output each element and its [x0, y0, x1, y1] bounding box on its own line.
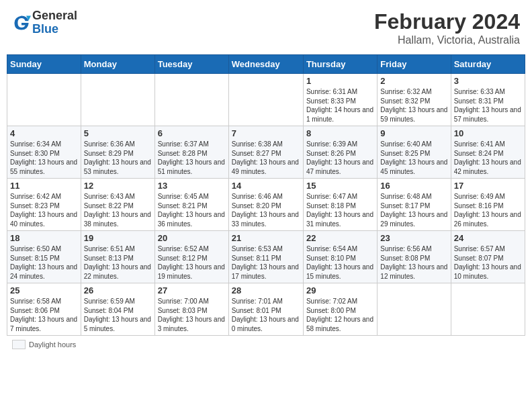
- day-info: Sunrise: 6:39 AM Sunset: 8:26 PM Dayligh…: [306, 140, 374, 176]
- day-info: Sunrise: 6:38 AM Sunset: 8:27 PM Dayligh…: [232, 140, 300, 176]
- calendar-header-sunday: Sunday: [7, 55, 81, 74]
- calendar-cell: [378, 283, 451, 336]
- calendar-cell: 6Sunrise: 6:37 AM Sunset: 8:28 PM Daylig…: [154, 126, 228, 179]
- day-info: Sunrise: 6:33 AM Sunset: 8:31 PM Dayligh…: [454, 87, 522, 124]
- day-number: 5: [84, 128, 152, 138]
- legend-box: [12, 340, 26, 349]
- day-number: 21: [232, 233, 300, 243]
- calendar-header-saturday: Saturday: [451, 55, 525, 74]
- day-number: 6: [158, 128, 226, 138]
- day-number: 3: [454, 76, 522, 86]
- day-number: 1: [306, 76, 374, 86]
- day-number: 12: [84, 181, 152, 191]
- day-number: 7: [232, 128, 300, 138]
- day-number: 9: [380, 128, 447, 138]
- calendar-header-friday: Friday: [378, 55, 451, 74]
- day-number: 18: [10, 233, 78, 243]
- calendar-cell: 23Sunrise: 6:56 AM Sunset: 8:08 PM Dayli…: [378, 231, 451, 283]
- calendar-cell: [451, 283, 525, 336]
- day-info: Sunrise: 6:52 AM Sunset: 8:12 PM Dayligh…: [158, 244, 226, 281]
- calendar-cell: 4Sunrise: 6:34 AM Sunset: 8:30 PM Daylig…: [7, 126, 81, 179]
- day-info: Sunrise: 7:00 AM Sunset: 8:03 PM Dayligh…: [158, 297, 226, 333]
- day-number: 14: [232, 181, 300, 191]
- calendar-week-row: 25Sunrise: 6:58 AM Sunset: 8:06 PM Dayli…: [7, 283, 525, 336]
- day-number: 28: [232, 285, 300, 295]
- day-info: Sunrise: 6:32 AM Sunset: 8:32 PM Dayligh…: [380, 87, 447, 124]
- calendar-cell: 13Sunrise: 6:45 AM Sunset: 8:21 PM Dayli…: [154, 179, 228, 231]
- calendar-week-row: 11Sunrise: 6:42 AM Sunset: 8:23 PM Dayli…: [7, 179, 525, 231]
- calendar-cell: 7Sunrise: 6:38 AM Sunset: 8:27 PM Daylig…: [228, 126, 303, 179]
- calendar-cell: 2Sunrise: 6:32 AM Sunset: 8:32 PM Daylig…: [378, 74, 451, 126]
- calendar-cell: 12Sunrise: 6:43 AM Sunset: 8:22 PM Dayli…: [81, 179, 154, 231]
- day-info: Sunrise: 7:01 AM Sunset: 8:01 PM Dayligh…: [232, 297, 300, 333]
- calendar-cell: 11Sunrise: 6:42 AM Sunset: 8:23 PM Dayli…: [7, 179, 81, 231]
- calendar-header-monday: Monday: [81, 55, 154, 74]
- calendar-cell: 28Sunrise: 7:01 AM Sunset: 8:01 PM Dayli…: [228, 283, 303, 336]
- day-info: Sunrise: 6:43 AM Sunset: 8:22 PM Dayligh…: [84, 192, 152, 228]
- calendar-header-thursday: Thursday: [303, 55, 377, 74]
- logo-icon: [12, 13, 31, 32]
- legend: Daylight hours: [7, 340, 525, 349]
- calendar-table: SundayMondayTuesdayWednesdayThursdayFrid…: [7, 54, 525, 336]
- day-info: Sunrise: 6:31 AM Sunset: 8:33 PM Dayligh…: [306, 87, 374, 124]
- day-number: 29: [306, 285, 374, 295]
- calendar-cell: 16Sunrise: 6:48 AM Sunset: 8:17 PM Dayli…: [378, 179, 451, 231]
- day-number: 16: [380, 181, 447, 191]
- calendar-cell: 5Sunrise: 6:36 AM Sunset: 8:29 PM Daylig…: [81, 126, 154, 179]
- day-number: 22: [306, 233, 374, 243]
- day-info: Sunrise: 6:36 AM Sunset: 8:29 PM Dayligh…: [84, 140, 152, 176]
- day-info: Sunrise: 6:56 AM Sunset: 8:08 PM Dayligh…: [380, 244, 447, 281]
- day-number: 4: [10, 128, 78, 138]
- calendar-cell: [228, 74, 303, 126]
- day-info: Sunrise: 6:50 AM Sunset: 8:15 PM Dayligh…: [10, 244, 78, 281]
- day-info: Sunrise: 6:42 AM Sunset: 8:23 PM Dayligh…: [10, 192, 78, 228]
- calendar-week-row: 1Sunrise: 6:31 AM Sunset: 8:33 PM Daylig…: [7, 74, 525, 126]
- calendar-cell: 18Sunrise: 6:50 AM Sunset: 8:15 PM Dayli…: [7, 231, 81, 283]
- day-info: Sunrise: 6:37 AM Sunset: 8:28 PM Dayligh…: [158, 140, 226, 176]
- title-block: February 2024 Hallam, Victoria, Australi…: [374, 9, 520, 46]
- day-info: Sunrise: 6:49 AM Sunset: 8:16 PM Dayligh…: [454, 192, 522, 228]
- day-number: 2: [380, 76, 447, 86]
- day-number: 19: [84, 233, 152, 243]
- calendar-cell: 1Sunrise: 6:31 AM Sunset: 8:33 PM Daylig…: [303, 74, 377, 126]
- calendar-cell: 26Sunrise: 6:59 AM Sunset: 8:04 PM Dayli…: [81, 283, 154, 336]
- day-info: Sunrise: 7:02 AM Sunset: 8:00 PM Dayligh…: [306, 297, 374, 333]
- day-number: 23: [380, 233, 447, 243]
- day-number: 17: [454, 181, 522, 191]
- day-info: Sunrise: 6:57 AM Sunset: 8:07 PM Dayligh…: [454, 244, 522, 281]
- day-info: Sunrise: 6:54 AM Sunset: 8:10 PM Dayligh…: [306, 244, 374, 281]
- calendar-cell: [81, 74, 154, 126]
- calendar-week-row: 18Sunrise: 6:50 AM Sunset: 8:15 PM Dayli…: [7, 231, 525, 283]
- day-info: Sunrise: 6:46 AM Sunset: 8:20 PM Dayligh…: [232, 192, 300, 228]
- location-title: Hallam, Victoria, Australia: [374, 34, 520, 46]
- day-number: 27: [158, 285, 226, 295]
- calendar-cell: [154, 74, 228, 126]
- calendar-cell: 27Sunrise: 7:00 AM Sunset: 8:03 PM Dayli…: [154, 283, 228, 336]
- calendar-cell: 9Sunrise: 6:40 AM Sunset: 8:25 PM Daylig…: [378, 126, 451, 179]
- day-info: Sunrise: 6:41 AM Sunset: 8:24 PM Dayligh…: [454, 140, 522, 176]
- day-number: 26: [84, 285, 152, 295]
- calendar-header-row: SundayMondayTuesdayWednesdayThursdayFrid…: [7, 55, 525, 74]
- day-number: 10: [454, 128, 522, 138]
- calendar-cell: 8Sunrise: 6:39 AM Sunset: 8:26 PM Daylig…: [303, 126, 377, 179]
- day-info: Sunrise: 6:34 AM Sunset: 8:30 PM Dayligh…: [10, 140, 78, 176]
- day-info: Sunrise: 6:48 AM Sunset: 8:17 PM Dayligh…: [380, 192, 447, 228]
- calendar-cell: 29Sunrise: 7:02 AM Sunset: 8:00 PM Dayli…: [303, 283, 377, 336]
- calendar-cell: 14Sunrise: 6:46 AM Sunset: 8:20 PM Dayli…: [228, 179, 303, 231]
- calendar-cell: 10Sunrise: 6:41 AM Sunset: 8:24 PM Dayli…: [451, 126, 525, 179]
- day-info: Sunrise: 6:45 AM Sunset: 8:21 PM Dayligh…: [158, 192, 226, 228]
- legend-label: Daylight hours: [29, 340, 76, 349]
- day-info: Sunrise: 6:40 AM Sunset: 8:25 PM Dayligh…: [380, 140, 447, 176]
- month-title: February 2024: [374, 9, 520, 34]
- logo-blue-text: Blue: [32, 23, 77, 36]
- day-info: Sunrise: 6:53 AM Sunset: 8:11 PM Dayligh…: [232, 244, 300, 281]
- day-number: 24: [454, 233, 522, 243]
- calendar-week-row: 4Sunrise: 6:34 AM Sunset: 8:30 PM Daylig…: [7, 126, 525, 179]
- calendar-cell: 20Sunrise: 6:52 AM Sunset: 8:12 PM Dayli…: [154, 231, 228, 283]
- day-number: 15: [306, 181, 374, 191]
- calendar-cell: 22Sunrise: 6:54 AM Sunset: 8:10 PM Dayli…: [303, 231, 377, 283]
- calendar-cell: 19Sunrise: 6:51 AM Sunset: 8:13 PM Dayli…: [81, 231, 154, 283]
- calendar-header-wednesday: Wednesday: [228, 55, 303, 74]
- calendar-cell: [7, 74, 81, 126]
- day-info: Sunrise: 6:58 AM Sunset: 8:06 PM Dayligh…: [10, 297, 78, 333]
